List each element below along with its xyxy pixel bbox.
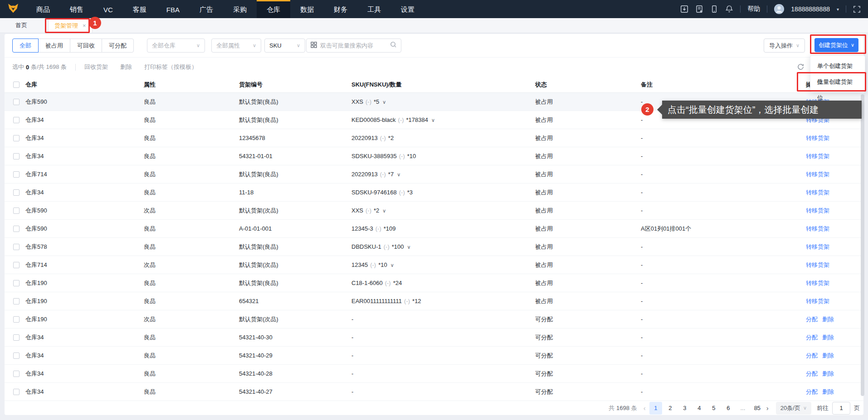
batch-grid-icon[interactable] [311, 42, 317, 50]
row-checkbox[interactable] [13, 226, 20, 232]
nav-item-2[interactable]: VC [93, 0, 123, 18]
user-avatar[interactable] [774, 4, 784, 14]
nav-item-9[interactable]: 财务 [324, 0, 357, 18]
page-6[interactable]: 6 [722, 402, 735, 415]
row-action-1[interactable]: 删除 [822, 388, 834, 396]
fullscreen-icon[interactable] [853, 5, 861, 13]
status-filter-3[interactable]: 可分配 [102, 39, 134, 53]
row-checkbox[interactable] [13, 208, 20, 214]
page-4[interactable]: 4 [693, 402, 706, 415]
nav-item-1[interactable]: 销售 [60, 0, 93, 18]
row-action-0[interactable]: 转移货架 [806, 279, 829, 287]
row-checkbox[interactable] [13, 244, 20, 250]
page-3[interactable]: 3 [678, 402, 691, 415]
goto-page-input[interactable] [832, 402, 850, 415]
row-action-1[interactable]: 删除 [822, 333, 834, 342]
row-action-0[interactable]: 分配 [806, 333, 818, 342]
row-checkbox[interactable] [13, 316, 20, 323]
create-menu-item-1[interactable]: 批量创建货架位 [810, 74, 865, 90]
page-size-select[interactable]: 20条/页 ∨ [776, 402, 811, 415]
pagination-ellipsis[interactable]: ... [736, 402, 749, 415]
user-caret-down-icon[interactable]: ▾ [837, 7, 839, 12]
sku-expand-icon[interactable]: ∨ [390, 262, 394, 268]
help-link[interactable]: 帮助 [747, 5, 760, 13]
notification-bell-icon[interactable] [725, 5, 733, 13]
row-checkbox[interactable] [13, 262, 20, 268]
toolbar-action-2[interactable]: 打印标签（按模板） [144, 63, 197, 71]
status-filter-1[interactable]: 被占用 [38, 39, 70, 53]
row-action-1[interactable]: 删除 [822, 315, 834, 323]
search-type-select[interactable]: SKU ∨ [264, 39, 305, 53]
row-checkbox[interactable] [13, 117, 20, 123]
nav-item-5[interactable]: 广告 [190, 0, 223, 18]
row-checkbox[interactable] [13, 280, 20, 286]
search-input[interactable] [320, 42, 387, 49]
row-checkbox[interactable] [13, 389, 20, 395]
row-checkbox[interactable] [13, 334, 20, 341]
toolbar-action-1[interactable]: 删除 [120, 63, 132, 71]
create-menu-item-0[interactable]: 单个创建货架位 [810, 58, 865, 74]
app-logo[interactable] [0, 0, 26, 18]
import-actions-button[interactable]: 导入操作 ∨ [764, 39, 805, 53]
sku-expand-icon[interactable]: ∨ [431, 117, 435, 123]
row-checkbox[interactable] [13, 189, 20, 196]
user-phone[interactable]: 18888888888 [791, 5, 830, 13]
toolbar-action-0[interactable]: 回收货架 [84, 63, 108, 71]
row-action-0[interactable]: 转移货架 [806, 152, 829, 160]
mobile-app-icon[interactable] [710, 5, 718, 13]
attribute-select[interactable]: 全部属性 ∨ [211, 39, 261, 53]
status-filter-0[interactable]: 全部 [12, 39, 39, 53]
row-action-0[interactable]: 转移货架 [806, 170, 829, 179]
sku-expand-icon[interactable]: ∨ [397, 172, 400, 177]
table-scrollbar[interactable] [861, 94, 864, 396]
row-checkbox[interactable] [13, 171, 20, 178]
create-shelf-button[interactable]: 创建货架位 ∨ [814, 38, 858, 52]
row-action-0[interactable]: 转移货架 [806, 225, 829, 233]
row-action-0[interactable]: 转移货架 [806, 243, 829, 251]
row-checkbox[interactable] [13, 135, 20, 141]
status-filter-2[interactable]: 可回收 [70, 39, 102, 53]
row-action-0[interactable]: 转移货架 [806, 297, 829, 305]
page-85[interactable]: 85 [751, 402, 764, 415]
warehouse-select[interactable]: 全部仓库 ∨ [147, 39, 205, 53]
row-action-0[interactable]: 转移货架 [806, 207, 829, 215]
nav-item-11[interactable]: 设置 [391, 0, 424, 18]
row-action-0[interactable]: 分配 [806, 315, 818, 323]
sku-expand-icon[interactable]: ∨ [382, 99, 386, 105]
next-page-icon[interactable]: › [766, 404, 769, 412]
row-checkbox[interactable] [13, 352, 20, 359]
nav-item-6[interactable]: 采购 [223, 0, 257, 18]
tab-shelf-management[interactable]: 货架管理 × [48, 18, 93, 33]
sku-expand-icon[interactable]: ∨ [407, 244, 411, 250]
row-action-1[interactable]: 删除 [822, 352, 834, 360]
select-all-checkbox[interactable] [13, 82, 20, 88]
row-checkbox[interactable] [13, 99, 20, 105]
row-action-0[interactable]: 转移货架 [806, 261, 829, 269]
row-action-1[interactable]: 删除 [822, 370, 834, 378]
row-checkbox[interactable] [13, 371, 20, 377]
row-action-0[interactable]: 转移货架 [806, 134, 829, 142]
refresh-icon[interactable] [797, 63, 805, 72]
nav-item-3[interactable]: 客服 [123, 0, 156, 18]
page-1[interactable]: 1 [649, 402, 662, 415]
search-icon[interactable] [390, 41, 397, 50]
nav-item-0[interactable]: 商品 [26, 0, 60, 18]
nav-item-8[interactable]: 数据 [290, 0, 324, 18]
nav-item-7[interactable]: 仓库 [257, 0, 290, 18]
close-icon[interactable]: × [83, 22, 86, 29]
row-action-0[interactable]: 分配 [806, 352, 818, 360]
row-checkbox[interactable] [13, 153, 20, 159]
download-center-icon[interactable] [680, 5, 688, 13]
row-action-0[interactable]: 分配 [806, 388, 818, 396]
row-action-0[interactable]: 转移货架 [806, 188, 829, 197]
nav-item-4[interactable]: FBA [156, 0, 190, 18]
tab-home[interactable]: 首页 [15, 21, 27, 29]
nav-item-10[interactable]: 工具 [357, 0, 391, 18]
feedback-note-icon[interactable] [695, 5, 703, 13]
page-5[interactable]: 5 [707, 402, 720, 415]
sku-expand-icon[interactable]: ∨ [382, 208, 386, 213]
page-2[interactable]: 2 [664, 402, 677, 415]
row-checkbox[interactable] [13, 298, 20, 304]
prev-page-icon[interactable]: ‹ [644, 404, 646, 412]
row-action-0[interactable]: 分配 [806, 370, 818, 378]
